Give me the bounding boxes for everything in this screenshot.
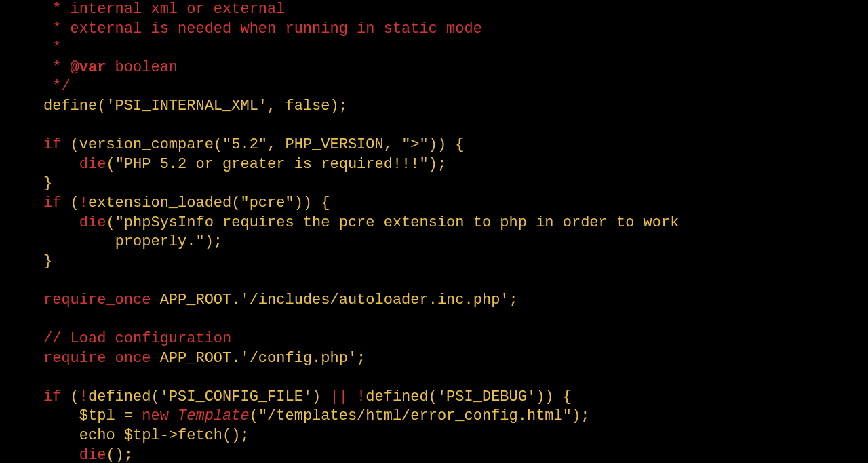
if-keyword: if xyxy=(43,136,61,153)
comment-line: * internal xml or external xyxy=(43,1,285,18)
if-keyword: if xyxy=(43,195,61,212)
doc-type: boolean xyxy=(106,59,178,76)
require-keyword: require_once xyxy=(43,291,151,308)
code-editor[interactable]: * internal xml or external * external is… xyxy=(0,0,868,463)
doc-tag: @var xyxy=(71,59,106,76)
die-keyword: die xyxy=(79,447,106,463)
define-call: define xyxy=(43,98,97,115)
comment-star: * xyxy=(43,59,71,76)
comment-line: // Load configuration xyxy=(43,330,231,347)
die-keyword: die xyxy=(79,214,106,231)
comment-close: */ xyxy=(43,78,71,95)
comment-line: * external is needed when running in sta… xyxy=(43,20,482,37)
die-keyword: die xyxy=(79,156,106,173)
require-keyword: require_once xyxy=(43,350,151,367)
comment-line: * xyxy=(43,39,61,56)
if-keyword: if xyxy=(43,388,61,405)
